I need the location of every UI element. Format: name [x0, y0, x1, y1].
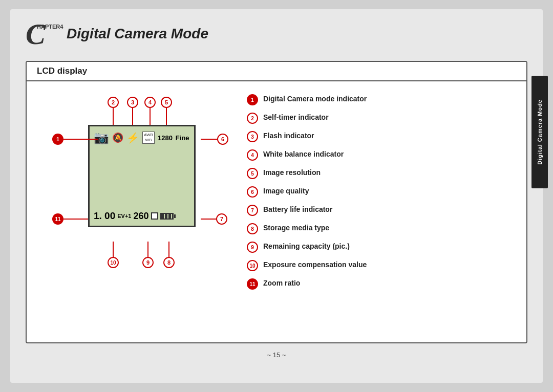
pointer-2: 2 — [108, 97, 119, 125]
page-title: Digital Camera Mode — [67, 26, 208, 42]
lcd-zoom: 1. 00 — [94, 210, 115, 222]
pointer-4-line — [150, 108, 151, 125]
pointer-3-line — [132, 108, 133, 125]
label-11-circle: 11 — [52, 213, 63, 225]
label-circle-6: 6 — [247, 186, 258, 198]
lcd-remaining: 260 — [133, 211, 148, 222]
pointer-1: 1 — [52, 134, 98, 145]
label-item-1: 1Digital Camera mode indicator — [247, 94, 516, 105]
label-item-10: 10Exposure compensation value — [247, 260, 516, 271]
label-text-10: Exposure compensation value — [263, 260, 367, 269]
pointer-8-line — [168, 242, 169, 257]
pointer-6-line — [202, 139, 217, 140]
label-text-11: Zoom ratio — [263, 278, 300, 288]
pointer-11: 11 — [52, 213, 88, 225]
label-circle-9: 9 — [247, 242, 258, 253]
label-item-9: 9Remaining capacity (pic.) — [247, 242, 516, 253]
label-circle-5: 5 — [247, 168, 258, 179]
label-8-circle: 8 — [163, 257, 175, 268]
page-container: Digital Camera Mode C HAPTER4 Digital Ca… — [10, 9, 543, 383]
label-text-4: White balance indicator — [263, 149, 344, 159]
chapter-icon: C HAPTER4 — [26, 19, 61, 48]
label-circle-7: 7 — [247, 205, 258, 216]
pointer-4: 4 — [144, 97, 156, 125]
pointer-11-line — [63, 219, 88, 220]
label-6-circle: 6 — [217, 134, 228, 145]
pointer-5-line — [166, 108, 167, 125]
label-item-3: 3Flash indicator — [247, 131, 516, 142]
label-item-2: 2Self-timer indicator — [247, 113, 516, 124]
label-item-6: 6Image quality — [247, 186, 516, 198]
pointer-10: 10 — [108, 242, 119, 268]
lcd-diagram-area: 📷 🔕 ⚡ AWB WB 1280 — [32, 89, 247, 335]
label-circle-1: 1 — [247, 94, 258, 105]
lcd-bottom-row: 1. 00 EV+1 260 — [94, 210, 190, 222]
lcd-quality: Fine — [176, 134, 189, 142]
label-item-5: 5Image resolution — [247, 168, 516, 179]
label-item-11: 11Zoom ratio — [247, 278, 516, 290]
labels-list: 1Digital Camera mode indicator2Self-time… — [247, 94, 516, 290]
section-title-bar: LCD display — [27, 62, 526, 81]
labels-area: 1Digital Camera mode indicator2Self-time… — [247, 89, 516, 335]
pointer-3: 3 — [127, 97, 138, 125]
pointer-7-line — [201, 219, 216, 220]
pointer-1-line — [63, 139, 98, 140]
section-title: LCD display — [37, 66, 87, 76]
pointer-8: 8 — [163, 242, 175, 268]
label-circle-8: 8 — [247, 223, 258, 234]
label-text-5: Image resolution — [263, 168, 321, 177]
diagram-wrapper: 📷 🔕 ⚡ AWB WB 1280 — [42, 89, 237, 324]
label-4-circle: 4 — [144, 97, 156, 108]
pointer-9-line — [147, 242, 148, 257]
lcd-resolution: 1280 — [158, 134, 173, 142]
page-number-text: ~ 15 ~ — [267, 351, 286, 359]
label-text-9: Remaining capacity (pic.) — [263, 242, 350, 251]
label-5-circle: 5 — [161, 97, 172, 108]
section-body: 📷 🔕 ⚡ AWB WB 1280 — [27, 81, 526, 342]
battery-icon — [160, 213, 176, 220]
page-number: ~ 15 ~ — [26, 351, 527, 359]
label-7-circle: 7 — [216, 213, 227, 225]
pointer-10-line — [113, 242, 114, 257]
chapter-sub: HAPTER4 — [37, 24, 63, 30]
label-text-2: Self-timer indicator — [263, 113, 329, 122]
lcd-top-row: 📷 🔕 ⚡ AWB WB 1280 — [94, 130, 190, 145]
label-circle-2: 2 — [247, 113, 258, 124]
pointer-2-line — [113, 108, 114, 125]
pointer-6: 6 — [201, 134, 228, 145]
page-header: C HAPTER4 Digital Camera Mode — [26, 19, 527, 52]
label-9-circle: 9 — [142, 257, 154, 268]
lcd-section: LCD display 📷 🔕 — [26, 61, 527, 343]
label-10-circle: 10 — [108, 257, 119, 268]
lcd-box: 📷 🔕 ⚡ AWB WB 1280 — [88, 125, 196, 227]
label-text-6: Image quality — [263, 186, 309, 195]
label-1-circle: 1 — [52, 134, 63, 145]
label-circle-4: 4 — [247, 149, 258, 161]
label-item-8: 8Storage media type — [247, 223, 516, 234]
side-tab: Digital Camera Mode — [531, 76, 548, 188]
label-2-circle: 2 — [108, 97, 119, 108]
label-item-7: 7Battery life indicator — [247, 205, 516, 216]
wb-icon: AWB WB — [142, 132, 155, 143]
label-circle-10: 10 — [247, 260, 258, 271]
pointer-9: 9 — [142, 242, 154, 268]
side-tab-text: Digital Camera Mode — [537, 99, 543, 165]
label-3-circle: 3 — [127, 97, 138, 108]
label-text-1: Digital Camera mode indicator — [263, 94, 367, 103]
self-timer-icon: 🔕 — [112, 132, 123, 143]
storage-icon — [151, 212, 158, 220]
label-circle-11: 11 — [247, 278, 258, 290]
label-text-7: Battery life indicator — [263, 205, 332, 214]
label-text-8: Storage media type — [263, 223, 329, 232]
flash-icon: ⚡ — [126, 132, 139, 144]
pointer-5: 5 — [161, 97, 172, 125]
label-circle-3: 3 — [247, 131, 258, 142]
label-text-3: Flash indicator — [263, 131, 314, 140]
label-item-4: 4White balance indicator — [247, 149, 516, 161]
pointer-7: 7 — [201, 213, 227, 225]
lcd-ev: EV+1 — [117, 213, 131, 219]
